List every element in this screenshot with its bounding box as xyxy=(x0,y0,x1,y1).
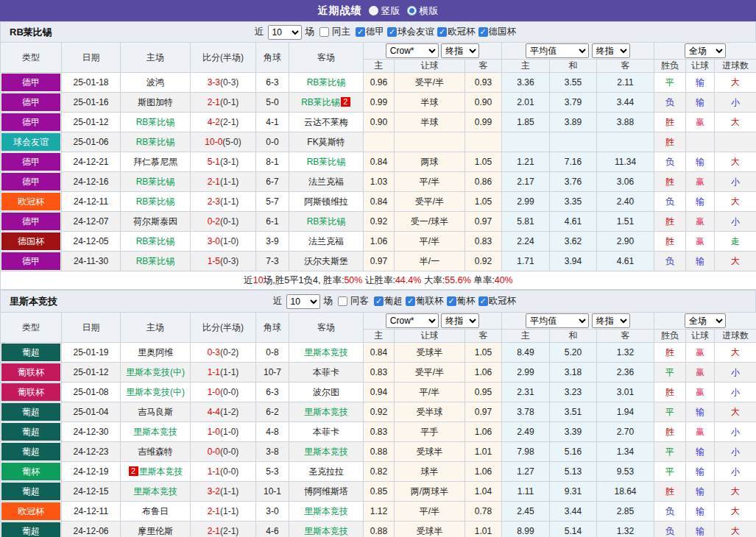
halftime-score: (1-1) xyxy=(220,196,239,207)
same-away-checkbox[interactable] xyxy=(338,296,347,306)
bookmaker-select[interactable]: Crow* xyxy=(386,313,439,328)
score-cell: 1-0(0-0) xyxy=(191,383,256,402)
avg-home-odds: 2.99 xyxy=(502,192,550,212)
result-goals: 大 xyxy=(715,252,756,271)
average-select[interactable]: 平均值 xyxy=(526,313,589,328)
match-row: 葡超24-12-15里斯本竞技3-2(1-1)10-1博阿维斯塔0.85两/两球… xyxy=(1,482,756,502)
match-date: 25-01-19 xyxy=(62,343,121,363)
league-checkbox[interactable] xyxy=(478,296,488,306)
score-cell: 0-0(0-0) xyxy=(191,442,256,462)
match-row: 葡联杯25-01-12里斯本竞技(中)1-1(1-1)10-7本菲卡0.83受平… xyxy=(1,363,756,383)
league-checkbox[interactable] xyxy=(374,296,384,306)
away-team-cell: 里斯本竞技 xyxy=(289,343,364,363)
match-count-select[interactable]: 10 xyxy=(286,294,320,309)
result-handicap: 赢 xyxy=(686,343,715,363)
layout-radio-vertical[interactable]: 竖版 xyxy=(369,4,400,18)
team1-title: RB莱比锡 xyxy=(10,26,52,39)
fulltime-score: 2-1 xyxy=(208,97,220,107)
summary-value: 40% xyxy=(495,275,513,285)
fulltime-select[interactable]: 全场 xyxy=(685,43,726,58)
league-checkbox[interactable] xyxy=(406,296,415,306)
league-checkbox[interactable] xyxy=(356,27,365,37)
col-corner: 角球 xyxy=(256,313,289,343)
team-name: 里斯本竞技 xyxy=(304,506,348,516)
result-goals: 小 xyxy=(715,442,756,462)
away-team-cell: 本菲卡 xyxy=(289,363,364,383)
result-outcome: 负 xyxy=(654,522,686,537)
away-odds: 0.93 xyxy=(465,73,502,93)
home-team-cell: 摩里伦斯 xyxy=(121,522,191,537)
sub-away-odds: 客 xyxy=(465,330,502,343)
avg-draw-odds: 5.20 xyxy=(550,343,597,363)
team-name: RB莱比锡 xyxy=(307,157,346,167)
corner-count: 6-7 xyxy=(256,172,289,192)
avg-draw-odds: 3.55 xyxy=(550,73,597,93)
team-name: 吉马良斯 xyxy=(138,407,173,417)
match-row: 德甲24-12-16RB莱比锡2-1(1-1)6-7法兰克福1.03平/半0.8… xyxy=(1,172,756,192)
fulltime-score: 5-1 xyxy=(208,157,220,167)
score-cell: 2-1(1-1) xyxy=(191,502,256,522)
league-label: 球会友谊 xyxy=(398,26,434,38)
league-label: 葡超 xyxy=(384,295,403,307)
sub-avg-home: 主 xyxy=(502,60,550,73)
league-checkbox[interactable] xyxy=(447,296,456,306)
team-name: 博阿维斯塔 xyxy=(304,486,348,497)
avg-stage-select[interactable]: 终指 xyxy=(592,313,630,328)
match-type-cell: 葡超 xyxy=(1,422,62,442)
league-label: 葡杯 xyxy=(457,295,476,307)
match-type-cell: 德甲 xyxy=(1,73,62,93)
handicap-line: 受球半 xyxy=(395,442,465,462)
result-outcome: 胜 xyxy=(654,212,686,232)
avg-home-odds: 2.49 xyxy=(502,422,550,442)
odds-stage-select[interactable]: 终指 xyxy=(441,313,479,328)
halftime-score: (5-0) xyxy=(222,137,241,147)
home-team-cell: 斯图加特 xyxy=(121,93,191,113)
match-date: 24-12-19 xyxy=(62,462,121,482)
score-cell: 1-1(1-1) xyxy=(191,363,256,383)
match-row: 葡超24-12-30里斯本竞技1-0(1-0)4-8本菲卡0.83平手1.062… xyxy=(1,422,756,442)
avg-stage-select[interactable]: 终指 xyxy=(592,43,630,58)
match-date: 25-01-08 xyxy=(62,383,121,402)
team-name: 里斯本竞技 xyxy=(304,526,348,536)
match-row: 德甲25-01-12RB莱比锡4-2(2-1)4-1云达不莱梅0.90半球0.9… xyxy=(1,113,756,132)
score-cell: 3-0(1-0) xyxy=(191,232,256,252)
avg-draw-odds: 3.51 xyxy=(550,402,597,422)
competition-badge: 葡超 xyxy=(1,423,60,441)
result-outcome: 负 xyxy=(654,192,686,212)
result-outcome: 胜 xyxy=(654,132,686,152)
sub-away-odds: 客 xyxy=(465,60,502,73)
league-checkbox[interactable] xyxy=(387,27,397,37)
radio-horizontal-icon[interactable] xyxy=(407,6,417,15)
team-name: 里奥阿维 xyxy=(138,347,173,358)
bookmaker-select[interactable]: Crow* xyxy=(386,43,439,58)
average-select[interactable]: 平均值 xyxy=(526,43,589,58)
odds-source-header: Crow* 终指 xyxy=(364,43,502,60)
home-team-cell: 2里斯本竞技 xyxy=(121,462,191,482)
corner-count: 3-8 xyxy=(256,442,289,462)
avg-away-odds: 18.64 xyxy=(597,482,654,502)
summary-label: 单率: xyxy=(471,275,495,285)
layout-radio-horizontal[interactable]: 横版 xyxy=(407,4,439,18)
result-goals: 大 xyxy=(715,522,756,537)
avg-away-odds: 3.06 xyxy=(597,172,654,192)
same-home-checkbox[interactable] xyxy=(319,27,329,37)
result-handicap: 输 xyxy=(686,93,715,113)
same-home-label: 同主 xyxy=(332,26,350,38)
league-checkbox[interactable] xyxy=(478,27,488,37)
corner-count: 5-7 xyxy=(256,192,289,212)
halftime-score: (1-1) xyxy=(220,486,239,497)
odds-stage-select[interactable]: 终指 xyxy=(441,43,479,58)
match-date: 24-12-06 xyxy=(62,522,121,537)
fulltime-score: 3-3 xyxy=(208,77,220,88)
score-cell: 1-1(0-0) xyxy=(191,462,256,482)
home-team-cell: 里斯本竞技(中) xyxy=(121,383,191,402)
result-outcome: 胜 xyxy=(654,482,686,502)
radio-vertical-icon[interactable] xyxy=(369,6,378,15)
match-date: 24-12-05 xyxy=(62,232,121,252)
col-type: 类型 xyxy=(1,43,62,73)
fulltime-select[interactable]: 全场 xyxy=(685,313,726,328)
match-count-select[interactable]: 10 xyxy=(268,25,302,40)
summary-label: 近 xyxy=(244,275,253,285)
result-handicap: 赢 xyxy=(686,422,715,442)
league-checkbox[interactable] xyxy=(437,27,447,37)
